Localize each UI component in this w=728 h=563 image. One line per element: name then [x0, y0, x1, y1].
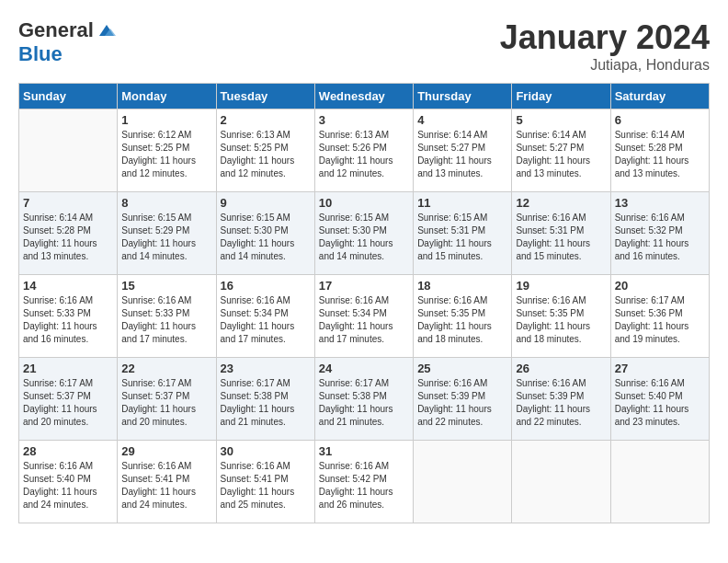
- calendar-cell: 11Sunrise: 6:15 AM Sunset: 5:31 PM Dayli…: [414, 192, 512, 275]
- day-info: Sunrise: 6:16 AM Sunset: 5:35 PM Dayligh…: [516, 294, 606, 346]
- calendar-cell: 30Sunrise: 6:16 AM Sunset: 5:41 PM Dayli…: [216, 441, 314, 523]
- day-info: Sunrise: 6:16 AM Sunset: 5:31 PM Dayligh…: [516, 212, 606, 263]
- calendar-table: SundayMondayTuesdayWednesdayThursdayFrid…: [18, 83, 710, 523]
- day-info: Sunrise: 6:16 AM Sunset: 5:33 PM Dayligh…: [23, 294, 113, 346]
- day-number: 18: [417, 279, 507, 293]
- weekday-header-thursday: Thursday: [414, 84, 512, 109]
- day-number: 21: [23, 362, 113, 375]
- weekday-header-monday: Monday: [118, 84, 216, 109]
- day-number: 5: [516, 113, 606, 127]
- calendar-week-row: 14Sunrise: 6:16 AM Sunset: 5:33 PM Dayli…: [19, 275, 710, 358]
- calendar-cell: 8Sunrise: 6:15 AM Sunset: 5:29 PM Daylig…: [118, 192, 216, 275]
- weekday-header-row: SundayMondayTuesdayWednesdayThursdayFrid…: [19, 84, 710, 109]
- day-number: 26: [516, 362, 606, 375]
- day-number: 3: [319, 113, 409, 127]
- logo-blue-text: Blue: [18, 42, 63, 66]
- calendar-week-row: 1Sunrise: 6:12 AM Sunset: 5:25 PM Daylig…: [19, 109, 710, 192]
- day-info: Sunrise: 6:16 AM Sunset: 5:32 PM Dayligh…: [615, 212, 705, 263]
- day-info: Sunrise: 6:16 AM Sunset: 5:41 PM Dayligh…: [221, 460, 311, 511]
- day-number: 2: [221, 113, 311, 127]
- calendar-cell: 1Sunrise: 6:12 AM Sunset: 5:25 PM Daylig…: [118, 109, 216, 192]
- day-number: 16: [221, 279, 311, 293]
- weekday-header-sunday: Sunday: [19, 84, 118, 109]
- day-info: Sunrise: 6:16 AM Sunset: 5:40 PM Dayligh…: [23, 460, 113, 511]
- calendar-cell: 20Sunrise: 6:17 AM Sunset: 5:36 PM Dayli…: [610, 275, 709, 358]
- calendar-cell: 12Sunrise: 6:16 AM Sunset: 5:31 PM Dayli…: [512, 192, 610, 275]
- calendar-week-row: 21Sunrise: 6:17 AM Sunset: 5:37 PM Dayli…: [19, 358, 710, 441]
- calendar-cell: 31Sunrise: 6:16 AM Sunset: 5:42 PM Dayli…: [314, 441, 413, 523]
- day-number: 9: [221, 196, 311, 210]
- day-info: Sunrise: 6:12 AM Sunset: 5:25 PM Dayligh…: [121, 129, 211, 180]
- day-number: 15: [121, 279, 211, 293]
- day-number: 24: [319, 362, 409, 375]
- calendar-cell: 14Sunrise: 6:16 AM Sunset: 5:33 PM Dayli…: [19, 275, 118, 358]
- page-header: General Blue January 2024 Jutiapa, Hondu…: [18, 18, 710, 74]
- weekday-header-friday: Friday: [512, 84, 610, 109]
- day-number: 28: [23, 444, 113, 458]
- calendar-cell: 24Sunrise: 6:17 AM Sunset: 5:38 PM Dayli…: [314, 358, 413, 441]
- day-number: 25: [417, 362, 507, 375]
- day-info: Sunrise: 6:14 AM Sunset: 5:27 PM Dayligh…: [516, 129, 606, 180]
- day-info: Sunrise: 6:17 AM Sunset: 5:36 PM Dayligh…: [615, 294, 705, 346]
- day-number: 11: [417, 196, 507, 210]
- calendar-cell: [610, 441, 709, 523]
- calendar-cell: [512, 441, 610, 523]
- day-number: 7: [23, 196, 113, 210]
- calendar-cell: 26Sunrise: 6:16 AM Sunset: 5:39 PM Dayli…: [512, 358, 610, 441]
- day-number: 4: [417, 113, 507, 127]
- day-number: 13: [615, 196, 705, 210]
- day-number: 27: [615, 362, 705, 375]
- calendar-cell: 7Sunrise: 6:14 AM Sunset: 5:28 PM Daylig…: [19, 192, 118, 275]
- calendar-cell: 15Sunrise: 6:16 AM Sunset: 5:33 PM Dayli…: [118, 275, 216, 358]
- day-info: Sunrise: 6:16 AM Sunset: 5:40 PM Dayligh…: [615, 377, 705, 429]
- calendar-cell: 28Sunrise: 6:16 AM Sunset: 5:40 PM Dayli…: [19, 441, 118, 523]
- calendar-cell: [19, 109, 118, 192]
- calendar-cell: 21Sunrise: 6:17 AM Sunset: 5:37 PM Dayli…: [19, 358, 118, 441]
- day-info: Sunrise: 6:15 AM Sunset: 5:30 PM Dayligh…: [221, 212, 311, 263]
- day-number: 10: [319, 196, 409, 210]
- day-number: 19: [516, 279, 606, 293]
- logo: General Blue: [18, 18, 118, 66]
- day-number: 8: [121, 196, 211, 210]
- calendar-cell: 19Sunrise: 6:16 AM Sunset: 5:35 PM Dayli…: [512, 275, 610, 358]
- day-info: Sunrise: 6:14 AM Sunset: 5:28 PM Dayligh…: [615, 129, 705, 180]
- day-number: 23: [221, 362, 311, 375]
- day-info: Sunrise: 6:16 AM Sunset: 5:35 PM Dayligh…: [417, 294, 507, 346]
- month-title: January 2024: [500, 18, 710, 57]
- day-number: 6: [615, 113, 705, 127]
- day-number: 30: [221, 444, 311, 458]
- calendar-cell: 3Sunrise: 6:13 AM Sunset: 5:26 PM Daylig…: [314, 109, 413, 192]
- calendar-cell: 5Sunrise: 6:14 AM Sunset: 5:27 PM Daylig…: [512, 109, 610, 192]
- day-info: Sunrise: 6:16 AM Sunset: 5:42 PM Dayligh…: [319, 460, 409, 511]
- calendar-cell: 10Sunrise: 6:15 AM Sunset: 5:30 PM Dayli…: [314, 192, 413, 275]
- calendar-cell: 17Sunrise: 6:16 AM Sunset: 5:34 PM Dayli…: [314, 275, 413, 358]
- calendar-cell: 27Sunrise: 6:16 AM Sunset: 5:40 PM Dayli…: [610, 358, 709, 441]
- weekday-header-wednesday: Wednesday: [314, 84, 413, 109]
- logo-icon: [96, 19, 118, 41]
- day-number: 22: [121, 362, 211, 375]
- day-number: 20: [615, 279, 705, 293]
- calendar-cell: 2Sunrise: 6:13 AM Sunset: 5:25 PM Daylig…: [216, 109, 314, 192]
- calendar-cell: [414, 441, 512, 523]
- calendar-cell: 4Sunrise: 6:14 AM Sunset: 5:27 PM Daylig…: [414, 109, 512, 192]
- logo-general-text: General: [18, 18, 94, 42]
- title-block: January 2024 Jutiapa, Honduras: [500, 18, 710, 74]
- calendar-cell: 29Sunrise: 6:16 AM Sunset: 5:41 PM Dayli…: [118, 441, 216, 523]
- weekday-header-tuesday: Tuesday: [216, 84, 314, 109]
- weekday-header-saturday: Saturday: [610, 84, 709, 109]
- calendar-cell: 22Sunrise: 6:17 AM Sunset: 5:37 PM Dayli…: [118, 358, 216, 441]
- calendar-week-row: 28Sunrise: 6:16 AM Sunset: 5:40 PM Dayli…: [19, 441, 710, 523]
- day-info: Sunrise: 6:14 AM Sunset: 5:27 PM Dayligh…: [417, 129, 507, 180]
- day-info: Sunrise: 6:15 AM Sunset: 5:30 PM Dayligh…: [319, 212, 409, 263]
- day-number: 31: [319, 444, 409, 458]
- day-info: Sunrise: 6:17 AM Sunset: 5:37 PM Dayligh…: [121, 377, 211, 429]
- day-number: 1: [121, 113, 211, 127]
- calendar-cell: 16Sunrise: 6:16 AM Sunset: 5:34 PM Dayli…: [216, 275, 314, 358]
- day-info: Sunrise: 6:15 AM Sunset: 5:29 PM Dayligh…: [121, 212, 211, 263]
- calendar-cell: 18Sunrise: 6:16 AM Sunset: 5:35 PM Dayli…: [414, 275, 512, 358]
- day-info: Sunrise: 6:17 AM Sunset: 5:38 PM Dayligh…: [319, 377, 409, 429]
- day-number: 12: [516, 196, 606, 210]
- day-info: Sunrise: 6:13 AM Sunset: 5:26 PM Dayligh…: [319, 129, 409, 180]
- day-info: Sunrise: 6:15 AM Sunset: 5:31 PM Dayligh…: [417, 212, 507, 263]
- day-info: Sunrise: 6:16 AM Sunset: 5:34 PM Dayligh…: [221, 294, 311, 346]
